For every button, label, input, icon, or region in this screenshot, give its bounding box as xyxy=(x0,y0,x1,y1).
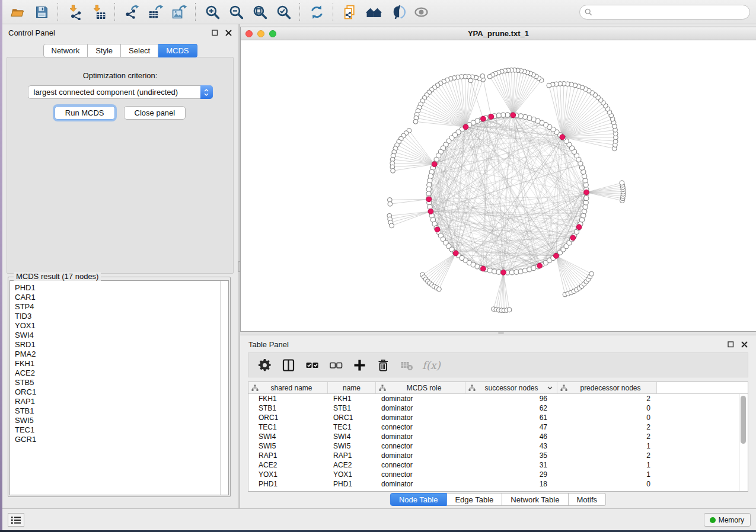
tab-motifs[interactable]: Motifs xyxy=(568,493,606,506)
uncheck-all-icon xyxy=(328,358,343,373)
mcds-result-item[interactable]: YOX1 xyxy=(15,321,228,331)
table-row[interactable]: FKH1FKH1dominator962 xyxy=(248,394,748,403)
tab-node-table[interactable]: Node Table xyxy=(390,493,447,506)
float-panel-icon[interactable] xyxy=(211,30,218,37)
mcds-result-item[interactable]: GCR1 xyxy=(15,435,228,444)
tab-network-table[interactable]: Network Table xyxy=(502,493,568,506)
scrollbar-thumb[interactable] xyxy=(741,396,746,444)
table-cell: 96 xyxy=(465,395,557,403)
optimization-criterion-label: Optimization criterion: xyxy=(7,71,233,80)
export-network-button[interactable] xyxy=(120,2,143,22)
hide-annotations-icon xyxy=(390,4,406,20)
dropdown-stepper-icon xyxy=(200,85,213,99)
close-panel-icon[interactable] xyxy=(741,341,748,348)
tab-mcds[interactable]: MCDS xyxy=(158,44,197,57)
table-row[interactable]: ACE2ACE2connector311 xyxy=(248,460,748,470)
mcds-result-item[interactable]: SWI4 xyxy=(15,331,228,340)
mcds-result-item[interactable]: RAP1 xyxy=(15,397,228,406)
network-titlebar[interactable]: YPA_prune.txt_1 xyxy=(241,27,756,40)
table-scrollbar[interactable] xyxy=(739,394,748,491)
mcds-result-item[interactable]: TID3 xyxy=(15,312,228,321)
first-neighbors-button[interactable] xyxy=(362,2,385,22)
column-header-name[interactable]: name xyxy=(328,382,376,393)
table-cell: connector xyxy=(376,423,465,431)
close-panel-button[interactable]: Close panel xyxy=(124,106,186,120)
delete-table-button[interactable] xyxy=(396,354,417,376)
mcds-result-item[interactable]: SRD1 xyxy=(15,340,228,350)
run-mcds-button[interactable]: Run MCDS xyxy=(55,106,115,120)
show-hidden-button[interactable] xyxy=(409,2,433,22)
tab-edge-table[interactable]: Edge Table xyxy=(446,493,502,506)
deselect-all-button[interactable] xyxy=(325,354,346,376)
mcds-result-item[interactable]: PMA2 xyxy=(15,350,228,359)
mcds-result-list[interactable]: PHD1CAR1STP4TID3YOX1SWI4SRD1PMA2FKH1ACE2… xyxy=(9,280,229,495)
search-icon xyxy=(585,8,592,16)
toolbar-separator xyxy=(58,3,59,21)
mcds-result-item[interactable]: TEC1 xyxy=(15,425,228,435)
refresh-button[interactable] xyxy=(305,2,328,22)
table-cell: 62 xyxy=(465,404,557,412)
add-row-button[interactable] xyxy=(349,354,370,376)
table-row[interactable]: TEC1TEC1connector472 xyxy=(248,422,748,432)
close-panel-icon[interactable] xyxy=(225,30,232,37)
tab-style[interactable]: Style xyxy=(88,44,121,57)
mcds-result-item[interactable]: CAR1 xyxy=(15,293,228,302)
function-builder-button[interactable]: f(x) xyxy=(422,359,441,371)
table-cell: connector xyxy=(376,470,465,479)
table-cell: 61 xyxy=(465,414,557,422)
table-cell: STB1 xyxy=(328,404,376,412)
export-table-button[interactable] xyxy=(143,2,167,22)
export-image-button[interactable] xyxy=(167,2,191,22)
mcds-result-item[interactable]: ORC1 xyxy=(15,387,228,397)
select-all-button[interactable] xyxy=(301,354,323,376)
zoom-out-button[interactable] xyxy=(224,2,248,22)
table-row[interactable]: YOX1YOX1connector291 xyxy=(248,470,748,479)
table-row[interactable]: ORC1ORC1dominator610 xyxy=(248,413,748,422)
zoom-selected-button[interactable] xyxy=(272,2,295,22)
mcds-result-item[interactable]: STB5 xyxy=(15,378,228,387)
import-network-icon xyxy=(67,4,83,20)
import-table-button[interactable] xyxy=(87,2,110,22)
delete-row-button[interactable] xyxy=(372,354,394,376)
table-row[interactable]: SWI5SWI5connector431 xyxy=(248,441,748,451)
column-header-shared-name[interactable]: shared name xyxy=(248,382,328,393)
save-session-button[interactable] xyxy=(30,2,53,22)
mcds-result-item[interactable]: FKH1 xyxy=(15,359,228,368)
mcds-result-item[interactable]: STP4 xyxy=(15,302,228,312)
show-columns-button[interactable] xyxy=(277,354,299,376)
table-row[interactable]: RAP1RAP1dominator352 xyxy=(248,451,748,460)
zoom-in-button[interactable] xyxy=(200,2,224,22)
mcds-result-item[interactable]: ACE2 xyxy=(15,368,228,378)
mcds-result-title: MCDS result (17 nodes) xyxy=(14,272,101,281)
table-row[interactable]: SWI4SWI4dominator462 xyxy=(248,432,748,441)
tab-select[interactable]: Select xyxy=(121,44,158,57)
column-header-predecessor-nodes[interactable]: predecessor nodes xyxy=(557,382,657,393)
cytoscape-window: Control Panel Network Style Select MCDS … xyxy=(2,0,756,530)
table-cell: STB1 xyxy=(248,404,328,412)
float-panel-icon[interactable] xyxy=(727,341,734,348)
column-header-mcds-role[interactable]: MCDS role xyxy=(376,382,465,393)
memory-button[interactable]: Memory xyxy=(704,513,751,527)
clone-network-button[interactable] xyxy=(338,2,362,22)
mcds-result-item[interactable]: STB1 xyxy=(15,406,228,416)
mcds-result-item[interactable]: PHD1 xyxy=(15,283,228,293)
import-network-button[interactable] xyxy=(63,2,87,22)
table-cell: YOX1 xyxy=(248,470,328,479)
search-input[interactable] xyxy=(595,7,745,17)
list-scrollbar-gutter[interactable] xyxy=(220,281,228,495)
table-row[interactable]: STB1STB1dominator620 xyxy=(248,403,748,413)
optimization-criterion-select[interactable]: largest connected component (undirected) xyxy=(28,85,213,99)
column-header-successor-nodes[interactable]: successor nodes xyxy=(465,382,557,393)
splitter-grip[interactable] xyxy=(498,332,504,334)
open-file-button[interactable] xyxy=(6,2,30,22)
task-history-button[interactable] xyxy=(8,513,24,527)
table-row[interactable]: PHD1PHD1dominator180 xyxy=(248,479,748,489)
zoom-fit-button[interactable] xyxy=(248,2,272,22)
network-canvas[interactable] xyxy=(241,40,755,332)
hide-selected-button[interactable] xyxy=(385,2,409,22)
mcds-result-item[interactable]: SWI5 xyxy=(15,416,228,425)
table-cell: 1 xyxy=(557,470,657,479)
table-cell: 43 xyxy=(465,442,557,450)
tab-network[interactable]: Network xyxy=(43,44,88,57)
table-settings-button[interactable] xyxy=(254,354,275,376)
